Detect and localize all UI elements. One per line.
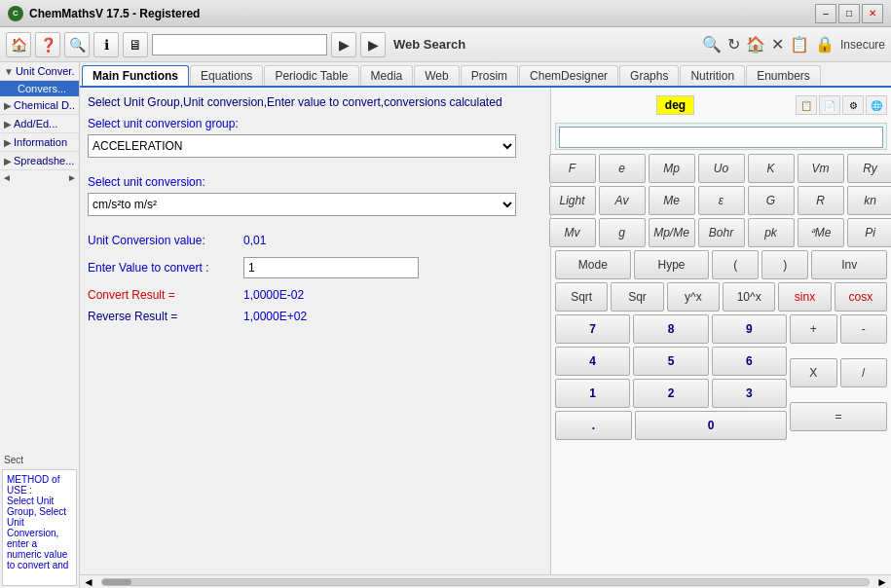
calc-icon-settings[interactable]: ⚙ xyxy=(842,95,864,115)
sidebar-item-unit-converter[interactable]: ▼ Unit Conver... xyxy=(0,62,79,81)
calc-btn-1[interactable]: 1 xyxy=(555,379,630,408)
forward-button[interactable]: ▶ xyxy=(360,32,386,57)
globe-icon[interactable]: 🏠 xyxy=(746,35,765,54)
unit-group-dropdown[interactable]: ACCELERATION xyxy=(88,134,516,158)
back-button[interactable]: ▶ xyxy=(331,32,356,57)
calc-btn-Av[interactable]: Av xyxy=(599,186,646,215)
calc-btn-Mv[interactable]: Mv xyxy=(549,218,596,247)
calc-btn-epsilon[interactable]: ε xyxy=(698,186,745,215)
calc-btn-MpMe[interactable]: Mp/Me xyxy=(649,218,695,247)
tab-chemdesigner[interactable]: ChemDesigner xyxy=(519,65,618,86)
calc-btn-equals[interactable]: = xyxy=(790,402,887,431)
calc-btn-sinx[interactable]: sinx xyxy=(778,282,831,312)
tab-web[interactable]: Web xyxy=(414,65,459,86)
minimize-button[interactable]: – xyxy=(815,4,836,23)
calc-btn-10x[interactable]: 10^x xyxy=(723,282,775,312)
tab-prosim[interactable]: Prosim xyxy=(461,65,518,86)
calc-btn-g[interactable]: g xyxy=(599,218,646,247)
scroll-left-arrow[interactable]: ◄ xyxy=(80,575,97,589)
calc-btn-R[interactable]: R xyxy=(798,186,844,215)
select-group-label: Select unit conversion group: xyxy=(88,117,542,130)
scrollbar-track[interactable] xyxy=(101,578,870,586)
calc-btn-aMe[interactable]: ᵃMe xyxy=(798,218,844,247)
tab-nutrition[interactable]: Nutrition xyxy=(680,65,745,86)
calc-btn-4[interactable]: 4 xyxy=(555,347,630,376)
calc-btn-Ry[interactable]: Ry xyxy=(847,154,892,183)
calc-btn-dot[interactable]: . xyxy=(555,411,632,440)
calc-icon-paste[interactable]: 📄 xyxy=(819,95,840,115)
calc-btn-pk[interactable]: pk xyxy=(748,218,795,247)
calc-btn-Pi[interactable]: Pi xyxy=(847,218,892,247)
calc-btn-close-paren[interactable]: ) xyxy=(761,250,808,279)
calc-btn-Vm[interactable]: Vm xyxy=(798,154,844,183)
calc-btn-divide[interactable]: / xyxy=(840,358,888,387)
help-icon[interactable]: ❓ xyxy=(35,32,60,57)
sidebar-item-information[interactable]: ▶ Information xyxy=(0,133,79,152)
calc-display-inner xyxy=(559,127,883,148)
calc-btn-e[interactable]: e xyxy=(599,154,646,183)
sidebar-addedit-label: Add/Ed... xyxy=(14,118,57,129)
calc-btn-3[interactable]: 3 xyxy=(712,379,787,408)
calc-btn-K[interactable]: K xyxy=(748,154,795,183)
calc-btn-6[interactable]: 6 xyxy=(712,347,787,376)
info-icon[interactable]: ℹ xyxy=(93,32,119,57)
calc-btn-Mode[interactable]: Mode xyxy=(555,250,631,279)
sidebar-item-spreadsheet[interactable]: ▶ Spreadshe... xyxy=(0,152,79,170)
calc-btn-open-paren[interactable]: ( xyxy=(712,250,759,279)
scrollbar-thumb[interactable] xyxy=(102,579,131,585)
calc-btn-cosx[interactable]: cosx xyxy=(835,282,887,312)
calc-btn-Sqr[interactable]: Sqr xyxy=(611,282,663,312)
home-icon[interactable]: 🏠 xyxy=(6,32,31,57)
calc-btn-G[interactable]: G xyxy=(748,186,795,215)
calc-btn-2[interactable]: 2 xyxy=(633,379,708,408)
sidebar-item-add-edit[interactable]: ▶ Add/Ed... xyxy=(0,115,79,133)
calc-btn-Me[interactable]: Me xyxy=(649,186,695,215)
calc-btn-plus[interactable]: + xyxy=(790,314,837,344)
scroll-right-btn[interactable]: ► xyxy=(67,172,77,183)
calc-btn-minus[interactable]: - xyxy=(840,314,888,344)
calc-btn-Sqrt[interactable]: Sqrt xyxy=(555,282,608,312)
tab-periodic-table[interactable]: Periodic Table xyxy=(264,65,358,86)
search-icon[interactable]: 🔍 xyxy=(64,32,90,57)
calc-icon-globe[interactable]: 🌐 xyxy=(866,95,887,115)
calc-btn-Mp[interactable]: Mp xyxy=(649,154,695,183)
search-input[interactable] xyxy=(152,34,327,55)
monitor-icon[interactable]: 🖥 xyxy=(123,32,148,57)
tab-media[interactable]: Media xyxy=(360,65,414,86)
calc-btn-yx[interactable]: y^x xyxy=(667,282,720,312)
refresh-icon[interactable]: ↻ xyxy=(727,35,740,54)
maximize-button[interactable]: □ xyxy=(838,4,860,23)
scroll-left-btn[interactable]: ◄ xyxy=(2,172,12,183)
calc-btn-Inv[interactable]: Inv xyxy=(811,250,887,279)
calc-btn-Uo[interactable]: Uo xyxy=(698,154,745,183)
sidebar-item-conversions[interactable]: Convers... xyxy=(0,81,79,96)
calc-btn-8[interactable]: 8 xyxy=(633,314,708,344)
calc-btn-0[interactable]: 0 xyxy=(635,411,787,440)
unit-conversion-dropdown[interactable]: cm/s²to m/s² xyxy=(88,193,516,216)
tab-enumbers[interactable]: Enumbers xyxy=(746,65,821,86)
calc-btn-kn[interactable]: kn xyxy=(847,186,892,215)
calc-btn-Hype[interactable]: Hype xyxy=(634,250,710,279)
app-icon: C xyxy=(8,6,23,21)
scroll-right-arrow[interactable]: ► xyxy=(873,575,891,589)
close-icon[interactable]: ✕ xyxy=(771,35,784,54)
calc-btn-9[interactable]: 9 xyxy=(712,314,787,344)
calc-btn-Bohr[interactable]: Bohr xyxy=(698,218,745,247)
close-button[interactable]: ✕ xyxy=(862,4,883,23)
enter-value-label: Enter Value to convert : xyxy=(88,261,243,275)
calc-btn-5[interactable]: 5 xyxy=(633,347,708,376)
lock-icon[interactable]: 🔒 xyxy=(815,35,835,54)
calc-btn-F[interactable]: F xyxy=(549,154,596,183)
calc-btn-7[interactable]: 7 xyxy=(555,314,630,344)
calc-icon-copy[interactable]: 📋 xyxy=(796,95,817,115)
tab-equations[interactable]: Equations xyxy=(190,65,263,86)
tab-graphs[interactable]: Graphs xyxy=(619,65,679,86)
tab-main-functions[interactable]: Main Functions xyxy=(82,65,189,86)
sidebar-item-chemical[interactable]: ▶ Chemical D... xyxy=(0,96,79,115)
calc-btn-multiply[interactable]: X xyxy=(790,358,837,387)
bottom-scrollbar[interactable]: ◄ ► xyxy=(80,574,891,588)
zoom-icon[interactable]: 🔍 xyxy=(702,35,722,54)
calc-btn-Light[interactable]: Light xyxy=(549,186,596,215)
enter-value-input[interactable] xyxy=(243,257,419,278)
copy-icon[interactable]: 📋 xyxy=(790,35,809,54)
